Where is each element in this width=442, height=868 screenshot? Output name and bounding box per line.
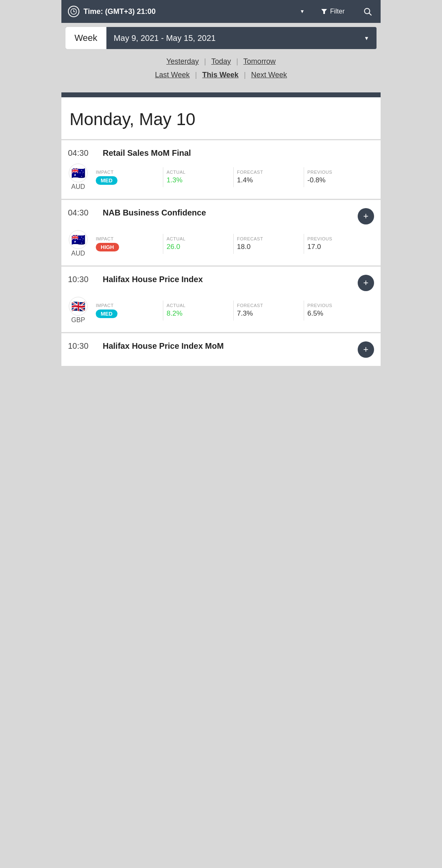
forecast-label-1: FORECAST: [237, 170, 300, 175]
forecast-label-2: FORECAST: [237, 236, 300, 241]
top-bar: Time: (GMT+3) 21:00 ▼ Filter: [61, 0, 381, 23]
week-selector[interactable]: Week May 9, 2021 - May 15, 2021 ▼: [65, 27, 377, 49]
impact-label-2: IMPACT: [96, 236, 160, 241]
yesterday-link[interactable]: Yesterday: [166, 57, 198, 65]
currency-aud-1: AUD: [71, 183, 85, 191]
nav-row-1: Yesterday | Today | Tomorrow: [65, 57, 377, 66]
actual-value-1: 1.3%: [167, 176, 230, 184]
impact-badge-2: HIGH: [96, 243, 119, 251]
sep-4: |: [244, 71, 246, 79]
previous-label-3: PREVIOUS: [307, 303, 371, 308]
date-range-text: May 9, 2021 - May 15, 2021: [114, 34, 216, 43]
partial-event-card: 10:30 Halifax House Price Index MoM +: [61, 333, 381, 366]
event-title-2: NAB Business Confidence: [99, 208, 354, 218]
impact-label-3: IMPACT: [96, 303, 160, 308]
time-value: 21:00: [137, 7, 156, 16]
impact-badge-3: MED: [96, 310, 117, 318]
stat-previous-1: PREVIOUS -0.8%: [304, 167, 374, 187]
day-header-card: Monday, May 10: [61, 97, 381, 139]
partial-header: 10:30 Halifax House Price Index MoM +: [68, 341, 374, 358]
filter-button[interactable]: Filter: [312, 0, 354, 23]
actual-value-3: 8.2%: [167, 310, 230, 318]
svg-marker-3: [321, 9, 327, 14]
event-title-1: Retail Sales MoM Final: [99, 148, 374, 158]
event-card-3: 10:30 Halifax House Price Index + 🇬🇧 GBP…: [61, 267, 381, 332]
add-button-3[interactable]: +: [358, 275, 374, 291]
flag-group-3: 🇬🇧 GBP: [68, 297, 88, 324]
partial-add-button[interactable]: +: [358, 341, 374, 358]
stat-impact-1: IMPACT MED: [92, 167, 163, 187]
sep-2: |: [236, 57, 238, 65]
previous-value-3: 6.5%: [307, 310, 371, 318]
forecast-value-1: 1.4%: [237, 176, 300, 184]
stat-previous-3: PREVIOUS 6.5%: [304, 301, 374, 321]
filter-label: Filter: [330, 8, 345, 15]
sep-1: |: [204, 57, 206, 65]
time-selector[interactable]: Time: (GMT+3) 21:00 ▼: [61, 0, 311, 23]
partial-time: 10:30: [68, 341, 99, 351]
previous-value-2: 17.0: [307, 243, 371, 251]
actual-label-2: ACTUAL: [167, 236, 230, 241]
stat-actual-3: ACTUAL 8.2%: [163, 301, 233, 321]
flag-gb-3: 🇬🇧: [69, 297, 88, 316]
stat-actual-1: ACTUAL 1.3%: [163, 167, 233, 187]
stat-forecast-2: FORECAST 18.0: [233, 234, 304, 254]
event-stats-1: IMPACT MED ACTUAL 1.3% FORECAST 1.4% PRE…: [92, 167, 374, 187]
add-icon-3: +: [363, 278, 369, 288]
clock-icon: [68, 6, 79, 17]
flag-au-2: 🇦🇺: [69, 230, 88, 249]
today-link[interactable]: Today: [211, 57, 231, 65]
actual-label-1: ACTUAL: [167, 170, 230, 175]
event-time-2: 04:30: [68, 208, 99, 218]
day-title: Monday, May 10: [70, 110, 372, 129]
tomorrow-link[interactable]: Tomorrow: [244, 57, 276, 65]
flag-group-1: 🇦🇺 AUD: [68, 164, 88, 191]
this-week-link[interactable]: This Week: [202, 71, 239, 79]
impact-label-1: IMPACT: [96, 170, 160, 175]
stat-previous-2: PREVIOUS 17.0: [304, 234, 374, 254]
previous-value-1: -0.8%: [307, 176, 371, 184]
event-title-3: Halifax House Price Index: [99, 275, 354, 284]
forecast-value-3: 7.3%: [237, 310, 300, 318]
actual-value-2: 26.0: [167, 243, 230, 251]
actual-label-3: ACTUAL: [167, 303, 230, 308]
event-details-1: 🇦🇺 AUD IMPACT MED ACTUAL 1.3% FORECAST 1…: [68, 164, 374, 191]
day-section-header: [61, 92, 381, 97]
week-label: Week: [65, 27, 106, 49]
forecast-value-2: 18.0: [237, 243, 300, 251]
add-button-2[interactable]: +: [358, 208, 374, 224]
impact-badge-1: MED: [96, 176, 117, 185]
event-stats-2: IMPACT HIGH ACTUAL 26.0 FORECAST 18.0 PR…: [92, 234, 374, 254]
currency-gbp-3: GBP: [71, 316, 85, 324]
week-date-range[interactable]: May 9, 2021 - May 15, 2021 ▼: [106, 27, 377, 49]
time-chevron-icon: ▼: [300, 9, 305, 14]
time-label: Time: (GMT+3): [83, 7, 135, 16]
event-details-2: 🇦🇺 AUD IMPACT HIGH ACTUAL 26.0 FORECAST …: [68, 230, 374, 257]
last-week-link[interactable]: Last Week: [155, 71, 190, 79]
partial-add-icon: +: [363, 344, 369, 355]
previous-label-1: PREVIOUS: [307, 170, 371, 175]
currency-aud-2: AUD: [71, 250, 85, 257]
sep-3: |: [195, 71, 197, 79]
week-chevron-icon: ▼: [364, 35, 369, 41]
event-header-1: 04:30 Retail Sales MoM Final: [68, 148, 374, 158]
event-card-1: 04:30 Retail Sales MoM Final 🇦🇺 AUD IMPA…: [61, 140, 381, 199]
search-button[interactable]: [354, 0, 381, 23]
stat-forecast-1: FORECAST 1.4%: [233, 167, 304, 187]
time-text: Time: (GMT+3) 21:00: [83, 7, 156, 16]
event-time-3: 10:30: [68, 275, 99, 284]
stat-actual-2: ACTUAL 26.0: [163, 234, 233, 254]
event-time-1: 04:30: [68, 148, 99, 158]
event-stats-3: IMPACT MED ACTUAL 8.2% FORECAST 7.3% PRE…: [92, 301, 374, 321]
partial-title: Halifax House Price Index MoM: [99, 341, 354, 351]
search-icon: [363, 7, 372, 16]
event-header-2: 04:30 NAB Business Confidence +: [68, 208, 374, 224]
add-icon-2: +: [363, 211, 369, 222]
next-week-link[interactable]: Next Week: [251, 71, 287, 79]
svg-line-5: [369, 13, 371, 15]
flag-au-1: 🇦🇺: [69, 164, 88, 182]
filter-icon: [321, 8, 327, 15]
event-details-3: 🇬🇧 GBP IMPACT MED ACTUAL 8.2% FORECAST 7…: [68, 297, 374, 324]
event-card-2: 04:30 NAB Business Confidence + 🇦🇺 AUD I…: [61, 200, 381, 266]
quick-nav: Yesterday | Today | Tomorrow Last Week |…: [61, 49, 381, 88]
